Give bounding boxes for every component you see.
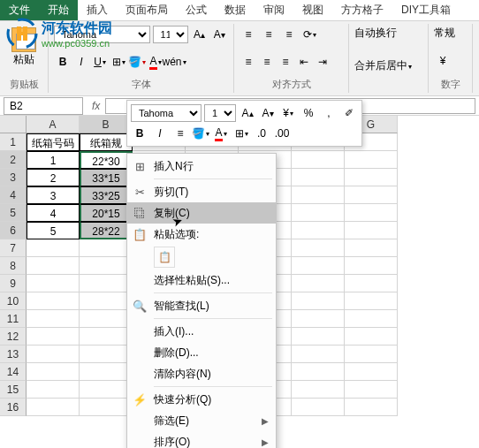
menu-smart-lookup[interactable]: 🔍 智能查找(L) bbox=[127, 295, 276, 316]
cell[interactable] bbox=[345, 345, 398, 363]
cell[interactable]: 纸箱号码 bbox=[27, 133, 80, 151]
cell[interactable] bbox=[80, 310, 133, 328]
cell[interactable] bbox=[27, 292, 80, 310]
mini-size-select[interactable]: 11 bbox=[204, 104, 236, 122]
cell[interactable]: 4 bbox=[27, 204, 80, 222]
row-header[interactable]: 14 bbox=[0, 363, 27, 381]
cell[interactable] bbox=[345, 239, 398, 257]
number-format-select[interactable]: 常规 bbox=[434, 26, 455, 41]
cell[interactable]: 5 bbox=[27, 222, 80, 239]
menu-sort[interactable]: 排序(O) ▶ bbox=[127, 431, 276, 448]
cell[interactable] bbox=[345, 204, 398, 222]
cell[interactable] bbox=[27, 363, 80, 381]
cell[interactable] bbox=[345, 292, 398, 310]
mini-comma-icon[interactable]: , bbox=[320, 104, 338, 122]
cell[interactable] bbox=[292, 328, 345, 345]
name-box[interactable] bbox=[4, 97, 83, 115]
mini-percent-icon[interactable]: % bbox=[300, 104, 317, 122]
fx-icon[interactable]: fx bbox=[87, 100, 105, 112]
cell[interactable] bbox=[292, 257, 345, 275]
tab-review[interactable]: 审阅 bbox=[255, 0, 293, 20]
align-middle-icon[interactable]: ≡ bbox=[260, 26, 278, 43]
cell[interactable] bbox=[292, 169, 345, 186]
mini-font-color-icon[interactable]: A▾ bbox=[212, 125, 230, 142]
cell[interactable] bbox=[292, 345, 345, 363]
row-header[interactable]: 5 bbox=[0, 204, 27, 222]
cell[interactable] bbox=[345, 186, 398, 204]
mini-font-select[interactable]: Tahoma bbox=[131, 104, 201, 122]
menu-cut[interactable]: ✂ 剪切(T) bbox=[127, 181, 276, 202]
align-top-icon[interactable]: ≡ bbox=[240, 26, 257, 43]
col-header-a[interactable]: A bbox=[27, 116, 80, 133]
row-header[interactable]: 16 bbox=[0, 399, 27, 416]
phonetic-button[interactable]: wén▾ bbox=[165, 53, 183, 71]
mini-format-painter-icon[interactable]: ✐ bbox=[340, 104, 358, 122]
menu-quick-analysis[interactable]: ⚡ 快速分析(Q) bbox=[127, 389, 276, 410]
orientation-icon[interactable]: ⟳▾ bbox=[300, 26, 318, 43]
row-header[interactable]: 3 bbox=[0, 169, 27, 186]
cell[interactable] bbox=[27, 275, 80, 292]
cell[interactable] bbox=[345, 257, 398, 275]
row-header[interactable]: 6 bbox=[0, 222, 27, 239]
row-header[interactable]: 15 bbox=[0, 381, 27, 399]
cell[interactable] bbox=[80, 399, 133, 416]
col-header-b[interactable]: B bbox=[80, 116, 133, 133]
cell[interactable] bbox=[80, 328, 133, 345]
row-header[interactable]: 12 bbox=[0, 328, 27, 345]
cell[interactable] bbox=[80, 381, 133, 399]
menu-insert-n-rows[interactable]: ⊞ 插入N行 bbox=[127, 156, 276, 177]
cell[interactable] bbox=[27, 257, 80, 275]
wrap-text-button[interactable]: 自动换行 bbox=[354, 26, 397, 41]
indent-inc-icon[interactable]: ⇥ bbox=[314, 53, 331, 71]
cell[interactable] bbox=[345, 275, 398, 292]
cell[interactable] bbox=[27, 239, 80, 257]
mini-bold-button[interactable]: B bbox=[131, 125, 148, 142]
fill-color-button[interactable]: 🪣▾ bbox=[128, 53, 146, 71]
cell[interactable]: 纸箱规 bbox=[80, 133, 133, 151]
cell[interactable]: 28*22 bbox=[80, 222, 133, 239]
increase-font-icon[interactable]: A▴ bbox=[191, 26, 209, 43]
cell[interactable] bbox=[80, 239, 133, 257]
indent-dec-icon[interactable]: ⇤ bbox=[295, 53, 313, 71]
row-header[interactable]: 8 bbox=[0, 257, 27, 275]
cell[interactable] bbox=[27, 399, 80, 416]
cell[interactable] bbox=[292, 275, 345, 292]
cell[interactable]: 20*15 bbox=[80, 204, 133, 222]
cell[interactable] bbox=[292, 151, 345, 169]
cell[interactable] bbox=[292, 222, 345, 239]
cell[interactable] bbox=[292, 204, 345, 222]
cell[interactable] bbox=[292, 239, 345, 257]
row-header[interactable]: 11 bbox=[0, 310, 27, 328]
cell[interactable] bbox=[345, 310, 398, 328]
tab-addon1[interactable]: 方方格子 bbox=[332, 0, 392, 20]
menu-paste-special[interactable]: 选择性粘贴(S)... bbox=[127, 270, 276, 291]
row-header[interactable]: 10 bbox=[0, 292, 27, 310]
align-center-icon[interactable]: ≡ bbox=[258, 53, 276, 71]
cell[interactable]: 33*15 bbox=[80, 169, 133, 186]
cell[interactable] bbox=[292, 186, 345, 204]
cell[interactable] bbox=[345, 381, 398, 399]
cell[interactable] bbox=[80, 363, 133, 381]
row-header[interactable]: 9 bbox=[0, 275, 27, 292]
cell[interactable]: 22*30 bbox=[80, 151, 133, 169]
row-header[interactable]: 2 bbox=[0, 151, 27, 169]
cell[interactable] bbox=[292, 310, 345, 328]
cell[interactable]: 3 bbox=[27, 186, 80, 204]
cell[interactable] bbox=[292, 363, 345, 381]
mini-align-icon[interactable]: ≡ bbox=[171, 125, 189, 142]
align-left-icon[interactable]: ≡ bbox=[240, 53, 257, 71]
mini-currency-icon[interactable]: ¥▾ bbox=[279, 104, 297, 122]
select-all-corner[interactable] bbox=[0, 116, 27, 133]
cell[interactable] bbox=[80, 257, 133, 275]
menu-filter[interactable]: 筛选(E) ▶ bbox=[127, 410, 276, 431]
mini-inc-decimal-icon[interactable]: .00 bbox=[273, 125, 291, 142]
cell[interactable] bbox=[27, 328, 80, 345]
cell[interactable] bbox=[80, 292, 133, 310]
cell[interactable] bbox=[292, 381, 345, 399]
mini-border-icon[interactable]: ⊞▾ bbox=[232, 125, 250, 142]
cell[interactable]: 2 bbox=[27, 169, 80, 186]
row-header[interactable]: 1 bbox=[0, 133, 27, 151]
bold-button[interactable]: B bbox=[54, 53, 72, 71]
underline-button[interactable]: U▾ bbox=[91, 53, 109, 71]
cell[interactable] bbox=[345, 328, 398, 345]
